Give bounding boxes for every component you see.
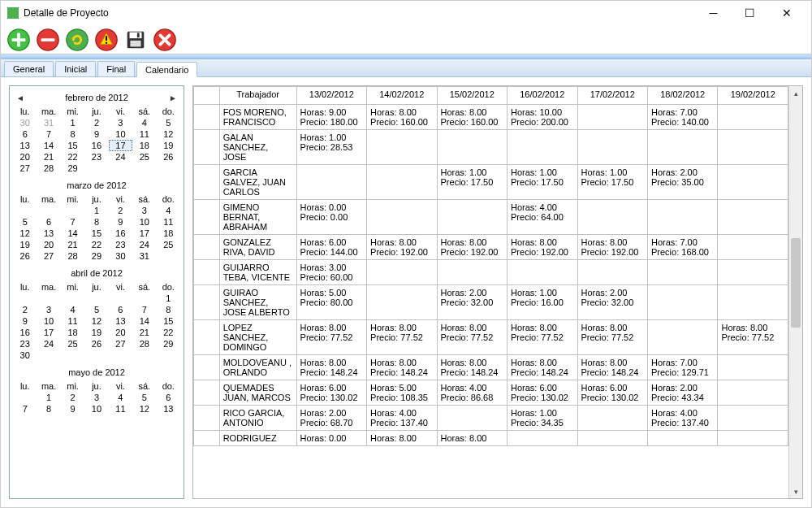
schedule-cell[interactable]: Horas: 1.00Precio: 16.00 [508, 285, 577, 320]
warning-button[interactable] [93, 27, 119, 53]
add-button[interactable] [6, 27, 32, 53]
schedule-cell[interactable]: Horas: 2.00Precio: 32.00 [437, 285, 507, 320]
calendar-day[interactable]: 1 [84, 205, 108, 216]
calendar-day[interactable]: 18 [132, 140, 156, 151]
calendar-day[interactable]: 25 [132, 151, 156, 163]
calendar-day[interactable]: 3 [84, 392, 108, 403]
schedule-cell[interactable]: Horas: 8.00Precio: 192.00 [508, 235, 577, 260]
schedule-cell[interactable] [577, 130, 647, 165]
calendar-day[interactable]: 15 [61, 140, 84, 151]
calendar-day[interactable]: 18 [61, 327, 84, 338]
calendar-day[interactable]: 24 [37, 338, 60, 350]
calendar-day[interactable]: 4 [61, 304, 84, 315]
schedule-cell[interactable] [367, 130, 437, 165]
schedule-cell[interactable]: Horas: 1.00Precio: 17.50 [508, 165, 577, 200]
calendar-day[interactable]: 27 [109, 338, 132, 350]
calendar-day[interactable]: 13 [37, 228, 60, 239]
calendar-day[interactable]: 9 [109, 216, 132, 228]
calendar-day[interactable]: 10 [37, 315, 60, 327]
calendar-day[interactable]: 2 [13, 304, 37, 315]
schedule-cell[interactable] [296, 165, 366, 200]
calendar-day[interactable]: 2 [109, 205, 132, 216]
schedule-cell[interactable]: Horas: 8.00Precio: 148.24 [508, 355, 577, 380]
calendar-day[interactable]: 14 [37, 140, 60, 151]
calendar-day[interactable]: 5 [84, 304, 108, 315]
schedule-cell[interactable] [647, 431, 717, 446]
calendar-day[interactable]: 11 [157, 216, 180, 228]
calendar-day[interactable]: 1 [157, 293, 180, 304]
schedule-cell[interactable] [647, 130, 717, 165]
refresh-button[interactable] [64, 27, 90, 53]
calendar-day[interactable]: 19 [157, 140, 180, 151]
calendar-day[interactable]: 20 [109, 327, 132, 338]
schedule-cell[interactable]: Horas: 8.00Precio: 77.52 [437, 320, 507, 355]
calendar-day[interactable]: 20 [13, 151, 37, 163]
schedule-cell[interactable]: Horas: 0.00 [296, 431, 366, 446]
calendar-day[interactable]: 4 [132, 117, 156, 128]
schedule-cell[interactable]: Horas: 4.00Precio: 64.00 [508, 200, 577, 235]
schedule-cell[interactable]: Horas: 2.00Precio: 35.00 [647, 165, 717, 200]
calendar-day[interactable]: 5 [157, 117, 180, 128]
calendar-day[interactable]: 10 [109, 128, 132, 140]
schedule-cell[interactable]: Horas: 5.00Precio: 108.35 [367, 380, 437, 406]
schedule-cell[interactable] [577, 200, 647, 235]
calendar-day[interactable]: 20 [37, 239, 60, 250]
schedule-cell[interactable]: Horas: 8.00 [437, 431, 507, 446]
schedule-cell[interactable]: Horas: 8.00Precio: 192.00 [367, 235, 437, 260]
calendar-day[interactable]: 12 [13, 228, 37, 239]
calendar-day[interactable]: 7 [61, 216, 84, 228]
calendar-day[interactable]: 25 [61, 338, 84, 350]
schedule-cell[interactable] [718, 235, 788, 260]
calendar-day[interactable]: 28 [61, 250, 84, 262]
schedule-cell[interactable]: Horas: 5.00Precio: 80.00 [296, 285, 366, 320]
calendar-day[interactable]: 23 [84, 151, 108, 163]
calendar-day[interactable]: 3 [109, 117, 132, 128]
calendar-day[interactable]: 19 [13, 239, 37, 250]
calendar-day[interactable]: 6 [109, 304, 132, 315]
schedule-cell[interactable]: Horas: 8.00Precio: 148.24 [367, 355, 437, 380]
calendar-day[interactable]: 30 [13, 117, 37, 128]
calendar-day[interactable]: 9 [13, 315, 37, 327]
remove-button[interactable] [35, 27, 61, 53]
schedule-cell[interactable]: Horas: 0.00Precio: 0.00 [296, 200, 366, 235]
schedule-cell[interactable]: Horas: 6.00Precio: 130.02 [508, 380, 577, 406]
calendar-day[interactable]: 5 [13, 216, 37, 228]
schedule-cell[interactable]: Horas: 10.00Precio: 200.00 [508, 105, 577, 130]
calendar-day[interactable]: 11 [132, 128, 156, 140]
schedule-cell[interactable]: Horas: 1.00Precio: 17.50 [437, 165, 507, 200]
schedule-cell[interactable]: Horas: 7.00Precio: 129.71 [647, 355, 717, 380]
schedule-cell[interactable]: Horas: 6.00Precio: 130.02 [296, 380, 366, 406]
maximize-button[interactable]: ☐ [732, 2, 768, 24]
scroll-down-icon[interactable]: ▾ [789, 484, 802, 498]
schedule-cell[interactable] [367, 200, 437, 235]
calendar-day[interactable]: 12 [84, 315, 108, 327]
calendar-day[interactable]: 17 [37, 327, 60, 338]
schedule-cell[interactable] [437, 200, 507, 235]
schedule-cell[interactable] [718, 380, 788, 406]
calendar-day[interactable]: 12 [157, 128, 180, 140]
schedule-cell[interactable]: Horas: 8.00Precio: 192.00 [577, 235, 647, 260]
calendar-day[interactable]: 13 [157, 403, 180, 415]
calendar-day[interactable]: 24 [132, 239, 156, 250]
schedule-cell[interactable] [508, 431, 577, 446]
schedule-cell[interactable]: Horas: 1.00Precio: 34.35 [508, 406, 577, 431]
calendar-day[interactable]: 13 [109, 315, 132, 327]
calendar-day[interactable]: 5 [132, 392, 156, 403]
calendar-day[interactable]: 7 [132, 304, 156, 315]
schedule-cell[interactable] [718, 431, 788, 446]
calendar-day[interactable]: 15 [84, 228, 108, 239]
schedule-cell[interactable] [577, 260, 647, 285]
schedule-cell[interactable] [577, 105, 647, 130]
calendar-day[interactable]: 6 [13, 128, 37, 140]
calendar-day[interactable]: 9 [61, 403, 84, 415]
calendar-day[interactable]: 1 [61, 117, 84, 128]
calendar-day[interactable]: 21 [61, 239, 84, 250]
calendar-day[interactable]: 21 [37, 151, 60, 163]
schedule-cell[interactable]: Horas: 8.00Precio: 77.52 [508, 320, 577, 355]
calendar-day[interactable]: 14 [61, 228, 84, 239]
schedule-cell[interactable] [718, 130, 788, 165]
schedule-cell[interactable]: Horas: 8.00Precio: 77.52 [577, 320, 647, 355]
schedule-cell[interactable]: Horas: 8.00Precio: 77.52 [296, 320, 366, 355]
close-button[interactable]: ✕ [768, 2, 805, 24]
schedule-cell[interactable]: Horas: 8.00Precio: 148.24 [296, 355, 366, 380]
